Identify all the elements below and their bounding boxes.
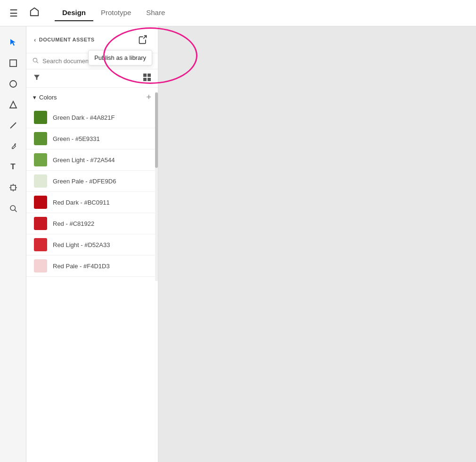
svg-marker-0 bbox=[10, 39, 16, 46]
panel-title: DOCUMENT ASSETS bbox=[39, 37, 95, 42]
svg-line-4 bbox=[10, 123, 16, 128]
color-item-green[interactable]: Green - #5E9331 bbox=[26, 128, 158, 149]
home-icon[interactable] bbox=[29, 7, 40, 19]
svg-line-11 bbox=[15, 210, 16, 212]
color-list: Green Dark - #4A821F Green - #5E9331 Gre… bbox=[26, 107, 158, 277]
publish-library-button[interactable] bbox=[135, 32, 150, 47]
color-label: Red Light - #D52A33 bbox=[53, 241, 110, 248]
search-icon bbox=[32, 57, 39, 65]
svg-rect-19 bbox=[148, 78, 151, 81]
artboard-tool[interactable] bbox=[5, 179, 22, 196]
color-swatch bbox=[34, 217, 47, 230]
colors-section: ▾ Colors + Green Dark - #4A821F Green - … bbox=[26, 88, 158, 462]
filter-icon[interactable] bbox=[33, 74, 41, 83]
color-item-red[interactable]: Red - #C81922 bbox=[26, 213, 158, 234]
scroll-track[interactable] bbox=[155, 92, 158, 281]
scroll-thumb[interactable] bbox=[155, 92, 158, 168]
svg-line-12 bbox=[144, 36, 147, 39]
tab-design[interactable]: Design bbox=[55, 5, 93, 21]
svg-rect-16 bbox=[143, 74, 147, 77]
svg-marker-15 bbox=[34, 75, 40, 80]
color-swatch bbox=[34, 174, 47, 188]
svg-point-10 bbox=[10, 206, 16, 211]
color-swatch bbox=[34, 259, 47, 272]
nav-tabs: Design Prototype Share bbox=[55, 5, 172, 21]
zoom-tool[interactable] bbox=[5, 200, 22, 217]
color-item-red-pale[interactable]: Red Pale - #F4D1D3 bbox=[26, 256, 158, 277]
text-tool[interactable]: T bbox=[5, 158, 22, 175]
color-item-green-light[interactable]: Green Light - #72A544 bbox=[26, 149, 158, 171]
colors-chevron-icon: ▾ bbox=[33, 94, 36, 101]
add-color-button[interactable]: + bbox=[146, 92, 151, 102]
canvas-area bbox=[158, 26, 476, 462]
color-label: Green Light - #72A544 bbox=[53, 157, 115, 164]
back-chevron-icon: ‹ bbox=[34, 36, 36, 43]
color-item-green-pale[interactable]: Green Pale - #DFE9D6 bbox=[26, 171, 158, 192]
color-label: Green Pale - #DFE9D6 bbox=[53, 178, 116, 185]
main-layout: T ‹ DOCUMENT ASSETS bbox=[0, 26, 476, 462]
color-item-red-light[interactable]: Red Light - #D52A33 bbox=[26, 234, 158, 256]
color-label: Red Dark - #BC0911 bbox=[53, 199, 110, 206]
topbar: ☰ Design Prototype Share bbox=[0, 0, 476, 26]
color-label: Red Pale - #F4D1D3 bbox=[53, 263, 110, 270]
rectangle-tool[interactable] bbox=[5, 55, 22, 72]
svg-rect-18 bbox=[143, 78, 147, 81]
color-swatch bbox=[34, 111, 47, 124]
svg-rect-5 bbox=[11, 185, 16, 190]
color-label: Green - #5E9331 bbox=[53, 135, 100, 142]
color-swatch bbox=[34, 196, 47, 209]
pen-tool[interactable] bbox=[5, 138, 22, 155]
filter-row bbox=[26, 69, 158, 88]
svg-point-13 bbox=[33, 58, 37, 62]
color-swatch bbox=[34, 238, 47, 251]
color-swatch bbox=[34, 132, 47, 145]
svg-point-2 bbox=[10, 81, 16, 87]
color-item-green-dark[interactable]: Green Dark - #4A821F bbox=[26, 107, 158, 128]
svg-rect-17 bbox=[148, 74, 151, 77]
colors-section-header[interactable]: ▾ Colors + bbox=[26, 88, 158, 107]
tools-sidebar: T bbox=[0, 26, 26, 462]
color-label: Red - #C81922 bbox=[53, 220, 94, 227]
line-tool[interactable] bbox=[5, 117, 22, 134]
svg-rect-1 bbox=[10, 60, 16, 66]
tab-share[interactable]: Share bbox=[139, 5, 172, 21]
svg-marker-3 bbox=[10, 101, 16, 108]
assets-panel: ‹ DOCUMENT ASSETS Publish as a library bbox=[26, 26, 158, 462]
color-item-red-dark[interactable]: Red Dark - #BC0911 bbox=[26, 192, 158, 213]
colors-section-title: Colors bbox=[39, 94, 57, 101]
select-tool[interactable] bbox=[5, 34, 22, 51]
tab-prototype[interactable]: Prototype bbox=[93, 5, 139, 21]
menu-icon[interactable]: ☰ bbox=[9, 8, 18, 19]
publish-tooltip: Publish as a library bbox=[88, 50, 152, 66]
svg-line-14 bbox=[37, 62, 38, 63]
color-label: Green Dark - #4A821F bbox=[53, 114, 115, 121]
grid-view-icon[interactable] bbox=[143, 73, 151, 83]
ellipse-tool[interactable] bbox=[5, 75, 22, 92]
panel-title-area[interactable]: ‹ DOCUMENT ASSETS bbox=[34, 36, 95, 43]
colors-section-title-area: ▾ Colors bbox=[33, 94, 57, 101]
color-swatch bbox=[34, 153, 47, 166]
triangle-tool[interactable] bbox=[5, 96, 22, 113]
panel-header: ‹ DOCUMENT ASSETS Publish as a library bbox=[26, 26, 158, 53]
